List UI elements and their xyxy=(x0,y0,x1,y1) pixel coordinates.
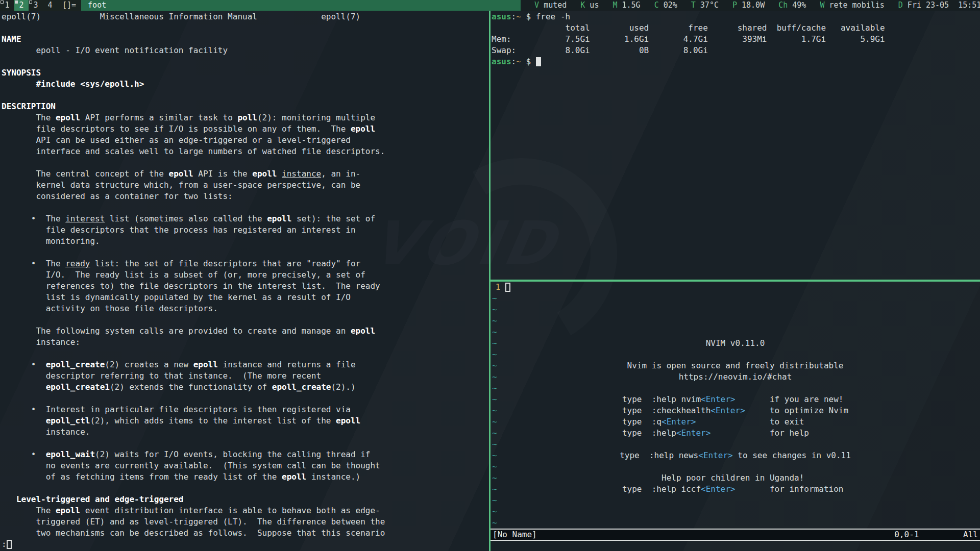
man-line: file descriptors that the process has re… xyxy=(2,224,489,236)
status-value: rete mobilis xyxy=(824,1,884,10)
text-segment: file descriptors to see if I/O is possib… xyxy=(2,124,351,134)
text-segment: asus xyxy=(492,57,511,66)
text-segment: (2).) xyxy=(331,382,355,392)
nvim-row: ~ xyxy=(491,349,980,360)
man-line: • Interest in particular file descriptor… xyxy=(2,404,489,415)
nvim-row: ~type :checkhealth<Enter> to optimize Nv… xyxy=(491,405,980,416)
nvim-row: ~Help poor children in Uganda! xyxy=(491,472,980,484)
text-segment: interface and scales well to large numbe… xyxy=(2,146,385,156)
man-line xyxy=(2,202,489,213)
text-segment: (2) waits for I/O events, blocking the c… xyxy=(95,449,370,459)
man-line: epoll_ctl(2), which adds items to the in… xyxy=(2,415,489,427)
layout-symbol[interactable]: []= xyxy=(57,0,81,11)
status-segment-t: T 37°C xyxy=(691,0,719,11)
man-line xyxy=(2,22,489,34)
text-segment: epoll_wait xyxy=(46,449,95,459)
text-segment: kernel data structure which, from a user… xyxy=(2,180,360,190)
tilde-marker: ~ xyxy=(491,462,497,471)
nvim-statusline: [No Name] 0,0-1 All xyxy=(491,529,980,541)
nvim-command-line[interactable] xyxy=(491,541,980,551)
nvim-row: ~type :help<Enter> for help xyxy=(491,428,980,439)
enter-key-hint: <Enter> xyxy=(710,406,745,415)
status-value: muted xyxy=(539,1,567,10)
text-segment: to see changes in v0.11 xyxy=(733,450,851,460)
text-segment: $ free -h xyxy=(521,12,570,21)
man-line: epoll - I/O event notification facility xyxy=(2,45,489,56)
focused-window-title: foot xyxy=(81,0,521,11)
text-segment: instance xyxy=(282,169,321,179)
desktop: VOID 1234 []= foot V mutedK usM 1.5GC 02… xyxy=(0,0,980,551)
terminal-line: asus:~ $ xyxy=(492,56,980,67)
nvim-intro-line: type :q<Enter> to exit xyxy=(491,416,980,428)
text-segment: API is the xyxy=(193,169,253,179)
text-segment: instance: xyxy=(2,337,80,347)
terminal-pane-nvim[interactable]: 1 ~~~~~NVIM v0.11.0~~Nvim is open source… xyxy=(491,282,980,551)
status-key: D xyxy=(898,1,903,10)
tilde-marker: ~ xyxy=(491,305,497,314)
man-line: • epoll_wait(2) waits for I/O events, bl… xyxy=(2,449,489,460)
text-segment: epoll xyxy=(351,124,375,134)
text-segment: type :help xyxy=(622,428,676,438)
text-segment: https://neovim.io/#chat xyxy=(679,372,792,382)
text-segment: instance.) xyxy=(306,472,360,482)
status-key: P xyxy=(732,1,737,10)
text-segment: for information xyxy=(736,484,849,494)
man-line: instance: xyxy=(2,337,489,348)
text-segment: asus xyxy=(492,12,511,21)
nvim-filename: [No Name] xyxy=(493,530,537,540)
man-line: triggered (ET) and as level-triggered (L… xyxy=(2,516,489,528)
text-segment xyxy=(2,416,46,425)
status-value: 18.0W xyxy=(737,1,765,10)
text-segment: instance. xyxy=(2,427,90,437)
text-segment: set): the set of xyxy=(291,214,375,223)
nvim-intro-line: Help poor children in Uganda! xyxy=(491,472,980,484)
nvim-row: ~ xyxy=(491,506,980,517)
tag-occupied-indicator xyxy=(1,1,4,4)
workspace-tag-3[interactable]: 3 xyxy=(29,0,43,11)
text-segment: • The xyxy=(2,214,65,223)
terminal-line: asus:~ $ free -h xyxy=(492,11,980,22)
status-value: 02% xyxy=(659,1,677,10)
status-key: K xyxy=(580,1,585,10)
pager-prompt-line[interactable]: : xyxy=(2,539,489,550)
text-segment: #include <sys/epoll.h> xyxy=(36,79,144,89)
text-segment: Mem: 7.5Gi 1.6Gi 4.7Gi 393Mi 1.7Gi 5.9Gi xyxy=(492,34,885,44)
man-line: list is dynamically populated by the ker… xyxy=(2,292,489,303)
status-segment-w: W rete mobilis xyxy=(820,0,884,11)
tag-label: 4 xyxy=(47,1,52,10)
text-segment: list is dynamically populated by the ker… xyxy=(2,292,351,302)
text-segment: if you are new! xyxy=(736,394,849,404)
man-line: monitoring. xyxy=(2,236,489,247)
dwm-status-bar: 1234 []= foot V mutedK usM 1.5GC 02%T 37… xyxy=(0,0,980,11)
text-segment: ~ xyxy=(516,57,521,66)
status-segment-k: K us xyxy=(580,0,599,11)
nvim-buffer[interactable]: 1 ~~~~~NVIM v0.11.0~~Nvim is open source… xyxy=(491,282,980,529)
man-line: The central concept of the epoll API is … xyxy=(2,168,489,180)
line-number: 1 xyxy=(491,282,505,292)
text-segment: The central concept of the xyxy=(2,169,169,179)
terminal-pane-manpage[interactable]: epoll(7) Miscellaneous Information Manua… xyxy=(0,11,489,551)
text-segment: epoll_ctl xyxy=(46,416,90,425)
status-segment-ch: Ch 49% xyxy=(778,0,806,11)
text-segment xyxy=(277,169,282,179)
workspace-tag-4[interactable]: 4 xyxy=(43,0,57,11)
workspace-tag-2[interactable]: 2 xyxy=(14,0,29,11)
workspace-tag-1[interactable]: 1 xyxy=(0,0,14,11)
text-segment: epoll xyxy=(56,113,80,122)
terminal-pane-shell[interactable]: asus:~ $ free -h total used free shared … xyxy=(491,11,980,280)
nvim-row: ~ xyxy=(491,383,980,394)
text-segment: The xyxy=(2,113,56,122)
text-segment xyxy=(2,494,16,504)
tilde-marker: ~ xyxy=(491,327,497,337)
tilde-marker: ~ xyxy=(491,507,497,516)
text-segment: • xyxy=(2,449,46,459)
man-line: references to) the file descriptors in t… xyxy=(2,281,489,292)
man-line xyxy=(2,157,489,168)
man-line: no events are currently available. (This… xyxy=(2,460,489,471)
text-segment: epoll xyxy=(252,169,277,179)
text-segment: of as fetching items from the ready list… xyxy=(2,472,282,482)
tag-label: 1 xyxy=(5,1,9,10)
man-line xyxy=(2,247,489,258)
status-value: 37°C xyxy=(696,1,719,10)
man-line: The epoll API performs a similar task to… xyxy=(2,112,489,123)
